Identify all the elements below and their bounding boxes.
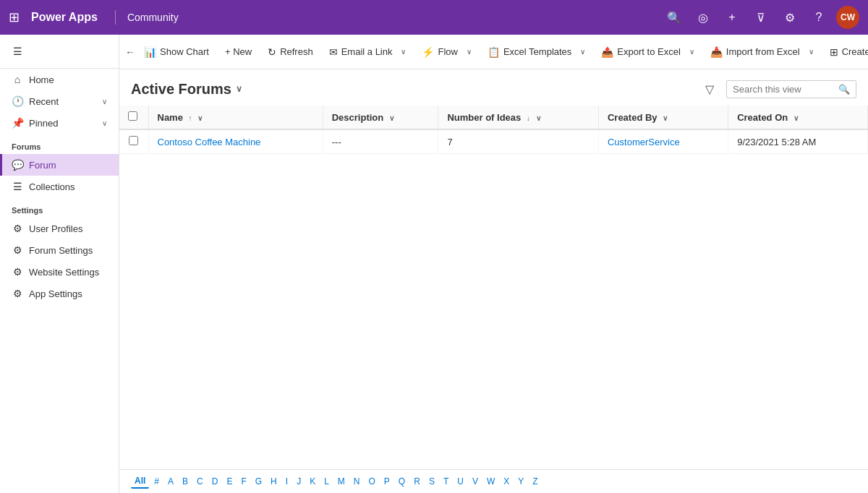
- created-by-header-label: Created By: [608, 112, 658, 123]
- sidebar-item-collections[interactable]: ☰ Collections: [0, 176, 119, 197]
- search-box[interactable]: 🔍: [726, 80, 856, 98]
- check-header[interactable]: [119, 106, 148, 129]
- top-nav: ⊞ Power Apps Community 🔍 ◎ + ⊽ ⚙ ? CW: [0, 0, 868, 35]
- alpha-item-v[interactable]: V: [469, 475, 482, 488]
- show-chart-icon: 📊: [144, 46, 156, 58]
- recent-icon: 🕐: [12, 95, 23, 107]
- export-excel-dropdown[interactable]: ∨: [689, 40, 694, 64]
- alpha-item-#[interactable]: #: [150, 475, 163, 488]
- excel-templates-label: Excel Templates: [503, 46, 571, 57]
- sidebar-hamburger[interactable]: ☰: [0, 40, 119, 62]
- row-checkbox[interactable]: [129, 136, 138, 145]
- sidebar-item-user-profiles[interactable]: ⚙ User Profiles: [0, 218, 119, 239]
- view-title[interactable]: Active Forums ∨: [131, 81, 242, 98]
- ideas-header-label: Number of Ideas: [447, 112, 521, 123]
- flow-button[interactable]: ⚡ Flow: [414, 42, 464, 62]
- alpha-item-u[interactable]: U: [454, 475, 467, 488]
- alpha-item-n[interactable]: N: [350, 475, 364, 488]
- sidebar-item-website-settings[interactable]: ⚙ Website Settings: [0, 261, 119, 283]
- pinned-chevron-icon: ∨: [102, 119, 107, 127]
- created-by-header[interactable]: Created By ∨: [598, 106, 728, 129]
- created-on-header-dropdown-icon[interactable]: ∨: [793, 114, 799, 122]
- refresh-button[interactable]: ↻ Refresh: [260, 42, 320, 62]
- row-check-cell[interactable]: [119, 129, 148, 154]
- avatar[interactable]: CW: [836, 6, 859, 29]
- create-view-icon: ⊞: [830, 46, 838, 58]
- alpha-item-w[interactable]: W: [483, 475, 498, 488]
- name-sort-asc-icon: ↑: [189, 114, 192, 122]
- forum-icon: 💬: [12, 159, 23, 171]
- sidebar-item-app-settings[interactable]: ⚙ App Settings: [0, 283, 119, 304]
- grid-header-row: Name ↑ ∨ Description ∨ Number of Ideas ↓…: [119, 106, 868, 129]
- alpha-item-z[interactable]: Z: [529, 475, 541, 488]
- alpha-item-o[interactable]: O: [365, 475, 379, 488]
- search-input[interactable]: [733, 84, 835, 95]
- alpha-item-t[interactable]: T: [440, 475, 452, 488]
- email-link-button[interactable]: ✉ Email a Link: [322, 42, 400, 62]
- sidebar: ☰ ⌂ Home 🕐 Recent ∨ 📌 Pinned ∨ Forums 💬 …: [0, 35, 119, 493]
- name-header-dropdown-icon[interactable]: ∨: [197, 114, 203, 122]
- excel-templates-button[interactable]: 📋 Excel Templates: [480, 42, 579, 62]
- alpha-item-f[interactable]: F: [237, 475, 250, 488]
- alpha-item-y[interactable]: Y: [514, 475, 527, 488]
- import-excel-dropdown[interactable]: ∨: [809, 40, 814, 64]
- ideas-header[interactable]: Number of Ideas ↓ ∨: [438, 106, 598, 129]
- description-header[interactable]: Description ∨: [323, 106, 438, 129]
- ideas-header-dropdown-icon[interactable]: ∨: [536, 114, 541, 122]
- sidebar-item-pinned[interactable]: 📌 Pinned ∨: [0, 112, 119, 134]
- alpha-item-p[interactable]: P: [380, 475, 393, 488]
- alpha-item-h[interactable]: H: [267, 475, 281, 488]
- add-icon[interactable]: +: [720, 6, 744, 29]
- alpha-item-a[interactable]: A: [164, 475, 177, 488]
- description-header-dropdown-icon[interactable]: ∨: [389, 114, 394, 122]
- apps-icon[interactable]: ⊞: [9, 9, 20, 25]
- env-name: Community: [127, 12, 179, 23]
- export-excel-icon: 📤: [601, 46, 613, 58]
- flow-dropdown[interactable]: ∨: [467, 40, 472, 64]
- alpha-item-b[interactable]: B: [179, 475, 192, 488]
- alpha-item-e[interactable]: E: [223, 475, 236, 488]
- row-name-link[interactable]: Contoso Coffee Machine: [158, 137, 261, 147]
- filter-nav-icon[interactable]: ⊽: [749, 6, 773, 29]
- excel-templates-dropdown[interactable]: ∨: [580, 40, 585, 64]
- ideas-sort-desc-icon: ↓: [527, 114, 530, 122]
- name-header[interactable]: Name ↑ ∨: [148, 106, 323, 129]
- sidebar-item-home[interactable]: ⌂ Home: [0, 69, 119, 90]
- alpha-item-i[interactable]: I: [282, 475, 292, 488]
- alpha-item-all[interactable]: All: [131, 474, 149, 489]
- sidebar-item-recent[interactable]: 🕐 Recent ∨: [0, 90, 119, 112]
- email-link-dropdown[interactable]: ∨: [401, 40, 406, 64]
- view-title-text: Active Forums: [131, 81, 231, 98]
- alpha-item-q[interactable]: Q: [395, 475, 409, 488]
- sidebar-item-forum-settings[interactable]: ⚙ Forum Settings: [0, 239, 119, 261]
- import-excel-button[interactable]: 📥 Import from Excel: [703, 42, 807, 62]
- show-chart-button[interactable]: 📊 Show Chart: [137, 42, 216, 62]
- alpha-item-s[interactable]: S: [425, 475, 438, 488]
- alpha-item-m[interactable]: M: [334, 475, 349, 488]
- nav-divider: [115, 10, 116, 25]
- settings-nav-icon[interactable]: ⚙: [778, 6, 801, 29]
- create-view-button[interactable]: ⊞ Create view: [822, 42, 868, 62]
- alpha-item-c[interactable]: C: [193, 475, 207, 488]
- alpha-item-d[interactable]: D: [208, 475, 222, 488]
- alpha-item-l[interactable]: L: [320, 475, 333, 488]
- alpha-item-r[interactable]: R: [410, 475, 424, 488]
- sidebar-item-forum[interactable]: 💬 Forum: [0, 154, 119, 176]
- search-nav-icon[interactable]: 🔍: [663, 6, 686, 29]
- filter-button[interactable]: ▽: [699, 78, 720, 100]
- alpha-item-k[interactable]: K: [306, 475, 319, 488]
- refresh-icon: ↻: [268, 46, 276, 58]
- back-button[interactable]: ←: [125, 42, 135, 62]
- created-by-header-dropdown-icon[interactable]: ∨: [663, 114, 668, 122]
- help-icon[interactable]: ?: [807, 6, 830, 29]
- app-name: Power Apps: [31, 11, 98, 24]
- alpha-item-g[interactable]: G: [252, 475, 265, 488]
- created-on-header[interactable]: Created On ∨: [728, 106, 868, 129]
- export-excel-button[interactable]: 📤 Export to Excel: [594, 42, 687, 62]
- row-created-by-link[interactable]: CustomerService: [608, 137, 680, 147]
- new-button[interactable]: + New: [218, 42, 259, 61]
- target-icon[interactable]: ◎: [692, 6, 715, 29]
- alpha-item-x[interactable]: X: [500, 475, 513, 488]
- alpha-item-j[interactable]: J: [293, 475, 305, 488]
- select-all-checkbox[interactable]: [128, 111, 137, 121]
